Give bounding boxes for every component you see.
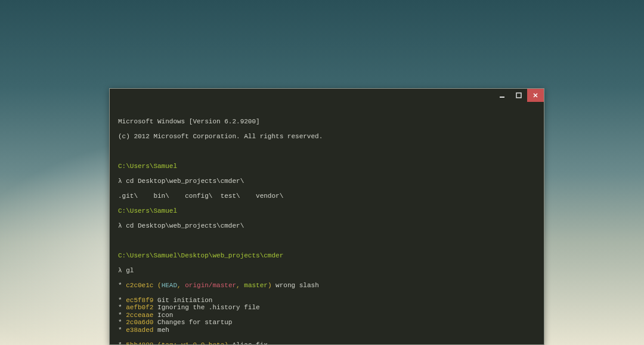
- version-line: Microsoft Windows [Version 6.2.9200]: [118, 118, 535, 126]
- terminal-window: Microsoft Windows [Version 6.2.9200] (c)…: [109, 88, 544, 345]
- svg-rect-1: [516, 93, 521, 98]
- command-line: λ cd Desktop\web_projects\cmder\: [118, 178, 535, 185]
- prompt-line: C:\Users\Samuel: [118, 163, 535, 170]
- terminal-output[interactable]: Microsoft Windows [Version 6.2.9200] (c)…: [110, 102, 544, 345]
- blank-line: [118, 237, 535, 245]
- git-log-line: * e38aded meh: [118, 327, 535, 334]
- svg-rect-0: [500, 97, 504, 98]
- prompt-line: C:\Users\Samuel: [118, 207, 535, 215]
- git-log-line: * aefb0f2 Ignoring the .history file: [118, 304, 535, 312]
- copyright-line: (c) 2012 Microsoft Corporation. All righ…: [118, 133, 535, 141]
- git-log-line: * 5bb4808 (tag: v1.0.0-beta) Alias fix: [118, 341, 535, 346]
- completion-line: .git\ bin\ config\ test\ vendor\: [118, 192, 535, 200]
- maximize-button[interactable]: [510, 89, 527, 102]
- close-button[interactable]: [527, 89, 544, 102]
- minimize-button[interactable]: [494, 89, 510, 102]
- desktop-background: Microsoft Windows [Version 6.2.9200] (c)…: [0, 0, 644, 345]
- command-line: λ cd Desktop\web_projects\cmder\: [118, 222, 535, 230]
- git-log-line: * 2cceaae Icon: [118, 312, 535, 319]
- git-log-line: * c2c0e1c (HEAD, origin/master, master) …: [118, 282, 535, 290]
- blank-line: [118, 148, 535, 156]
- git-log-line: * ec5f8f9 Git initiation: [118, 297, 535, 304]
- window-titlebar: [110, 89, 544, 102]
- git-log-line: * 2c0a6d0 Changes for startup: [118, 319, 535, 327]
- prompt-line: C:\Users\Samuel\Desktop\web_projects\cmd…: [118, 252, 535, 260]
- command-line: λ gl: [118, 267, 535, 275]
